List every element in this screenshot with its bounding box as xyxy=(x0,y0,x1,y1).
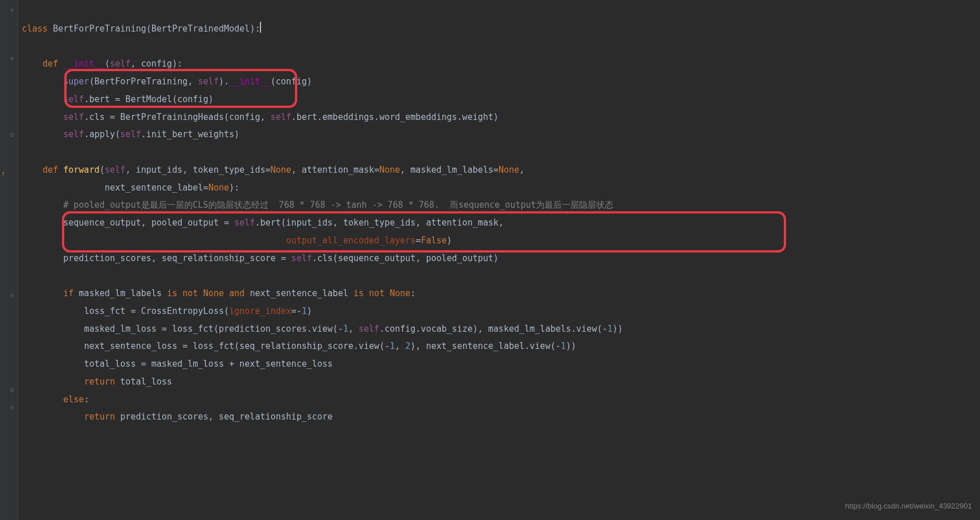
code-line: total_loss = masked_lm_loss + next_sente… xyxy=(22,359,333,369)
fold-marker-icon[interactable]: ⊖ xyxy=(10,402,14,414)
code-line: else: xyxy=(22,394,89,405)
code-line: return prediction_scores, seq_relationsh… xyxy=(22,412,333,422)
code-line: if masked_lm_labels is not None and next… xyxy=(22,288,415,298)
fold-marker-icon[interactable]: ⊟ xyxy=(10,129,14,141)
fold-marker-icon[interactable]: ⊖ xyxy=(10,290,14,302)
code-line: self.apply(self.init_bert_weights) xyxy=(22,129,239,139)
text-cursor xyxy=(260,22,261,33)
code-line: self.bert = BertModel(config) xyxy=(22,94,213,104)
change-marker-icon: ↑ xyxy=(1,166,5,181)
code-line: def __init__(self, config): xyxy=(22,59,182,69)
code-line: output_all_encoded_layers=False) xyxy=(22,235,452,246)
code-line: loss_fct = CrossEntropyLoss(ignore_index… xyxy=(22,306,312,316)
watermark-text: https://blog.csdn.net/weixin_43922901 xyxy=(845,499,972,514)
code-line: prediction_scores, seq_relationship_scor… xyxy=(22,253,499,263)
fold-marker-icon[interactable]: ⊖ xyxy=(10,53,14,65)
code-line: masked_lm_loss = loss_fct(prediction_sco… xyxy=(22,324,623,334)
code-line: # pooled_output是最后一层的CLS的隐层状态经过 768 * 76… xyxy=(22,200,613,210)
code-line: super(BertForPreTraining, self).__init__… xyxy=(22,76,312,87)
code-line: next_sentence_loss = loss_fct(seq_relati… xyxy=(22,341,576,351)
code-line: next_sentence_label=None): xyxy=(22,183,239,193)
editor-gutter: ⊖ ⊖ ⊟ ↑ ⊖ ⊟ ⊖ xyxy=(0,0,18,520)
code-line: self.cls = BertPreTrainingHeads(config, … xyxy=(22,112,499,122)
code-editor-content[interactable]: class BertForPreTraining(BertPreTrainedM… xyxy=(22,0,623,426)
fold-marker-icon[interactable]: ⊖ xyxy=(10,5,14,17)
fold-marker-icon[interactable]: ⊟ xyxy=(10,385,14,397)
code-line: class BertForPreTraining(BertPreTrainedM… xyxy=(22,24,261,34)
code-line: return total_loss xyxy=(22,377,172,387)
code-line: sequence_output, pooled_output = self.be… xyxy=(22,218,504,228)
code-line: def forward(self, input_ids, token_type_… xyxy=(22,165,524,175)
